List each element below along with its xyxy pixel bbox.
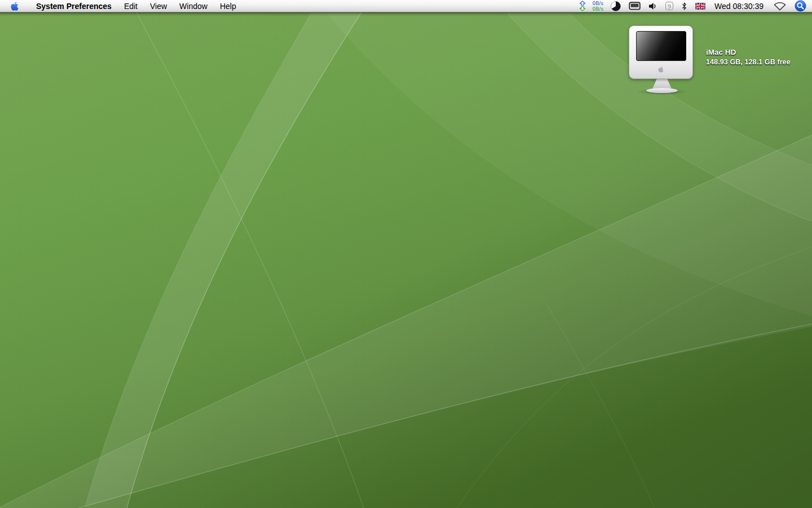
download-arrow-icon — [579, 6, 586, 11]
network-throughput-readout[interactable]: 0B/s 0B/s — [589, 0, 607, 12]
net-download-rate: 0B/s — [592, 6, 603, 12]
volume-info: 148.93 GB, 128.1 GB free — [706, 58, 791, 66]
network-throughput-arrows-icon[interactable] — [576, 0, 589, 12]
spotlight-icon[interactable] — [791, 0, 812, 12]
desktop-icon-imac-hd[interactable] — [628, 24, 696, 93]
menu-edit[interactable]: Edit — [118, 0, 144, 12]
cpu-pie-icon[interactable] — [607, 0, 625, 12]
classic-environment-icon[interactable]: 9 — [661, 0, 677, 12]
menu-window[interactable]: Window — [173, 0, 214, 12]
menu-bar: System Preferences Edit View Window Help… — [0, 0, 812, 12]
menu-help[interactable]: Help — [214, 0, 242, 12]
menu-view[interactable]: View — [144, 0, 173, 12]
upload-arrow-icon — [579, 1, 586, 6]
apple-logo-icon — [658, 66, 664, 73]
classic-9-glyph: 9 — [665, 2, 673, 10]
imac-monitor-body — [629, 25, 693, 79]
volume-icon[interactable] — [645, 0, 661, 12]
apple-menu[interactable] — [0, 0, 25, 12]
menubar-menus: System Preferences Edit View Window Help — [0, 0, 242, 12]
imac-screen — [636, 31, 686, 61]
bluetooth-icon[interactable] — [677, 0, 691, 12]
apple-logo-icon — [10, 1, 19, 11]
volume-name[interactable]: iMac HD — [706, 48, 791, 56]
imac-base — [646, 88, 678, 93]
menubar-status-items: 0B/s 0B/s 9 — [576, 0, 812, 12]
menubar-clock[interactable]: Wed 08:30:39 — [709, 0, 769, 12]
keyboard-layout-uk-flag-icon[interactable] — [691, 0, 709, 12]
airport-icon[interactable] — [769, 0, 791, 12]
display-icon[interactable] — [625, 0, 645, 12]
net-upload-rate: 0B/s — [592, 1, 603, 6]
desktop-icon-label[interactable]: iMac HD 148.93 GB, 128.1 GB free — [706, 48, 791, 66]
menu-app-name[interactable]: System Preferences — [30, 0, 118, 12]
desktop[interactable]: iMac HD 148.93 GB, 128.1 GB free — [0, 0, 812, 508]
